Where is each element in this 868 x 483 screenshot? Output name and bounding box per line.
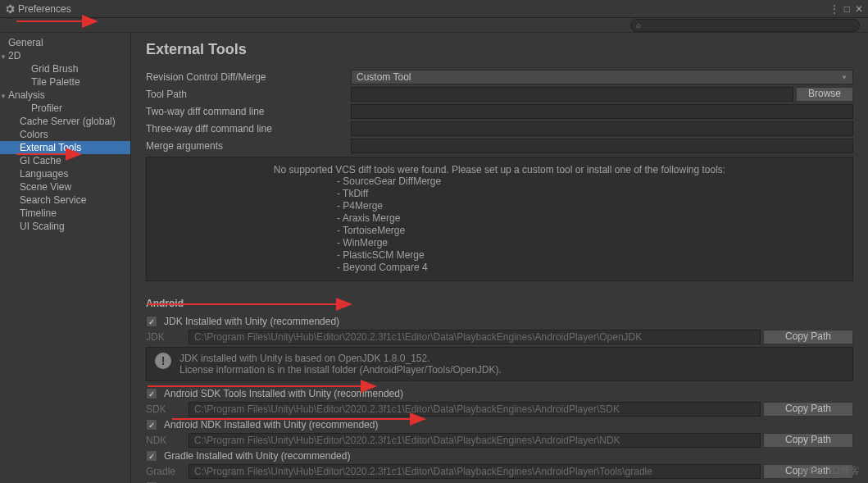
tool-list-item: - TkDiff: [337, 188, 843, 200]
tool-list-item: - TortoiseMerge: [337, 225, 843, 237]
titlebar: Preferences ⋮ □ ✕: [0, 0, 868, 18]
window-title: Preferences: [18, 3, 71, 15]
toolpath-input[interactable]: [351, 87, 793, 102]
sidebar-item-label: Scene View: [20, 181, 71, 193]
sidebar-item-general[interactable]: General: [0, 36, 130, 49]
mergeargs-label: Merge arguments: [146, 140, 351, 152]
sidebar-item-label: Cache Server (global): [20, 116, 116, 127]
dropdown-value: Custom Tool: [357, 71, 411, 83]
sidebar-item-gi-cache[interactable]: GI Cache: [0, 154, 130, 167]
ndk-path: C:\Program Files\Unity\Hub\Editor\2020.2…: [189, 433, 761, 448]
content-panel: External Tools Revision Control Diff/Mer…: [131, 33, 868, 483]
jdk-checkbox[interactable]: ✓: [146, 316, 157, 327]
info-header: No supported VCS diff tools were found. …: [157, 164, 843, 175]
tool-list-item: - PlasticSCM Merge: [337, 249, 843, 262]
sidebar-item-cache-server-global-[interactable]: Cache Server (global): [0, 115, 130, 128]
sidebar-item-label: Analysis: [8, 89, 45, 101]
sidebar-item-label: External Tools: [20, 142, 81, 153]
close-icon[interactable]: ✕: [855, 3, 863, 15]
sidebar-item-analysis[interactable]: ▼Analysis: [0, 89, 130, 102]
note-line1: JDK installed with Unity is based on Ope…: [180, 353, 502, 364]
sidebar-item-label: UI Scaling: [20, 221, 65, 232]
tool-list-item: - P4Merge: [337, 200, 843, 212]
ndk-copy-button[interactable]: Copy Path: [763, 433, 853, 448]
page-title: External Tools: [146, 41, 853, 58]
ndk-check-label: Android NDK Installed with Unity (recomm…: [164, 419, 378, 431]
sdk-copy-button[interactable]: Copy Path: [763, 402, 853, 417]
jdk-check-label: JDK Installed with Unity (recommended): [164, 316, 339, 327]
browse-button[interactable]: Browse: [796, 87, 853, 102]
gradle-path: C:\Program Files\Unity\Hub\Editor\2020.2…: [189, 464, 761, 479]
menu-icon[interactable]: ⋮: [829, 3, 839, 15]
gear-icon: [5, 4, 15, 14]
sidebar-item-external-tools[interactable]: External Tools: [0, 141, 130, 154]
threeway-input[interactable]: [351, 121, 853, 136]
expand-icon: ▼: [0, 91, 7, 103]
gradle-checkbox[interactable]: ✓: [146, 450, 157, 462]
expand-icon: ▼: [0, 52, 7, 63]
chevron-down-icon: ▼: [841, 74, 848, 81]
sidebar-item-label: Search Service: [20, 194, 86, 206]
twoway-input[interactable]: [351, 104, 853, 119]
sidebar-item-colors[interactable]: Colors: [0, 128, 130, 141]
toolbar: ⌕: [0, 18, 868, 33]
sdk-check-label: Android SDK Tools Installed with Unity (…: [164, 388, 403, 399]
ndk-label: NDK: [146, 435, 189, 446]
tool-list-item: - WinMerge: [337, 237, 843, 249]
sdk-label: SDK: [146, 403, 189, 415]
ndk-checkbox[interactable]: ✓: [146, 419, 157, 431]
revision-dropdown[interactable]: Custom Tool ▼: [351, 70, 853, 84]
note-line2: License information is in the install fo…: [180, 364, 502, 376]
sidebar-item-profiler[interactable]: Profiler: [0, 102, 130, 115]
jdk-copy-button[interactable]: Copy Path: [763, 330, 853, 344]
toolpath-label: Tool Path: [146, 89, 351, 100]
sidebar-item-tile-palette[interactable]: Tile Palette: [0, 75, 130, 89]
search-input[interactable]: ⌕: [630, 19, 860, 32]
gradle-check-label: Gradle Installed with Unity (recommended…: [164, 450, 350, 462]
sidebar-item-label: Grid Brush: [31, 63, 78, 75]
info-icon: !: [155, 353, 171, 369]
revision-label: Revision Control Diff/Merge: [146, 71, 351, 83]
sidebar-item-label: 2D: [8, 50, 20, 62]
sidebar-item-languages[interactable]: Languages: [0, 167, 130, 180]
sdk-path: C:\Program Files\Unity\Hub\Editor\2020.2…: [189, 402, 761, 417]
gradle-label: Gradle: [146, 466, 189, 477]
sidebar-item-grid-brush[interactable]: Grid Brush: [0, 62, 130, 75]
watermark: @51CTO博客: [798, 464, 860, 478]
android-header: Android: [146, 298, 853, 309]
sdk-checkbox[interactable]: ✓: [146, 388, 157, 399]
vcs-info-box: No supported VCS diff tools were found. …: [146, 157, 853, 281]
sidebar-item-label: Colors: [20, 129, 48, 140]
threeway-label: Three-way diff command line: [146, 123, 351, 134]
sidebar-item-label: Tile Palette: [31, 76, 80, 88]
jdk-path: C:\Program Files\Unity\Hub\Editor\2020.2…: [189, 330, 761, 344]
sidebar-item-ui-scaling[interactable]: UI Scaling: [0, 220, 130, 233]
sidebar: General▼2DGrid BrushTile Palette▼Analysi…: [0, 33, 131, 483]
tool-list-item: - SourceGear DiffMerge: [337, 175, 843, 188]
search-icon: ⌕: [636, 21, 641, 30]
sidebar-item-label: Languages: [20, 168, 68, 180]
tool-list-item: - Araxis Merge: [337, 212, 843, 225]
sidebar-item-label: Profiler: [31, 103, 62, 114]
sidebar-item-label: GI Cache: [20, 155, 61, 166]
maximize-icon[interactable]: □: [844, 3, 850, 15]
sidebar-item-label: General: [8, 37, 43, 48]
jdk-note: ! JDK installed with Unity is based on O…: [146, 347, 853, 381]
tool-list-item: - Beyond Compare 4: [337, 262, 843, 274]
sidebar-item-2d[interactable]: ▼2D: [0, 49, 130, 62]
sidebar-item-timeline[interactable]: Timeline: [0, 207, 130, 220]
sidebar-item-search-service[interactable]: Search Service: [0, 194, 130, 207]
twoway-label: Two-way diff command line: [146, 106, 351, 117]
sidebar-item-label: Timeline: [20, 207, 57, 219]
sidebar-item-scene-view[interactable]: Scene View: [0, 180, 130, 194]
jdk-label: JDK: [146, 331, 189, 343]
mergeargs-input[interactable]: [351, 139, 853, 153]
